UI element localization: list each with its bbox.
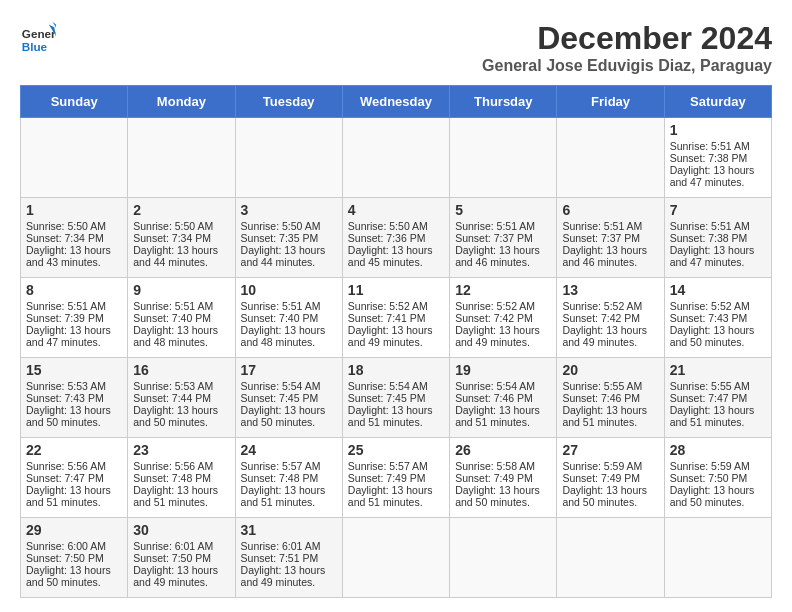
sunrise-text: Sunrise: 5:57 AM <box>241 460 321 472</box>
calendar-cell <box>450 518 557 598</box>
daylight-text: Daylight: 13 hours and 51 minutes. <box>241 484 326 508</box>
page-header: General Blue December 2024 General Jose … <box>20 20 772 75</box>
calendar-cell: 25Sunrise: 5:57 AMSunset: 7:49 PMDayligh… <box>342 438 449 518</box>
sunset-text: Sunset: 7:34 PM <box>133 232 211 244</box>
calendar-cell: 9Sunrise: 5:51 AMSunset: 7:40 PMDaylight… <box>128 278 235 358</box>
daylight-text: Daylight: 13 hours and 51 minutes. <box>26 484 111 508</box>
week-row-6: 29Sunrise: 6:00 AMSunset: 7:50 PMDayligh… <box>21 518 772 598</box>
daylight-text: Daylight: 13 hours and 43 minutes. <box>26 244 111 268</box>
svg-text:Blue: Blue <box>22 40 48 53</box>
sunrise-text: Sunrise: 5:52 AM <box>670 300 750 312</box>
calendar-cell: 11Sunrise: 5:52 AMSunset: 7:41 PMDayligh… <box>342 278 449 358</box>
calendar-cell <box>235 118 342 198</box>
calendar-cell: 22Sunrise: 5:56 AMSunset: 7:47 PMDayligh… <box>21 438 128 518</box>
day-number: 14 <box>670 282 766 298</box>
calendar-cell: 12Sunrise: 5:52 AMSunset: 7:42 PMDayligh… <box>450 278 557 358</box>
sunrise-text: Sunrise: 5:51 AM <box>670 140 750 152</box>
day-number: 15 <box>26 362 122 378</box>
calendar-cell: 2Sunrise: 5:50 AMSunset: 7:34 PMDaylight… <box>128 198 235 278</box>
day-number: 26 <box>455 442 551 458</box>
sunset-text: Sunset: 7:49 PM <box>348 472 426 484</box>
daylight-text: Daylight: 13 hours and 44 minutes. <box>241 244 326 268</box>
sunset-text: Sunset: 7:47 PM <box>26 472 104 484</box>
sunset-text: Sunset: 7:35 PM <box>241 232 319 244</box>
sunset-text: Sunset: 7:42 PM <box>562 312 640 324</box>
day-number: 24 <box>241 442 337 458</box>
daylight-text: Daylight: 13 hours and 51 minutes. <box>562 404 647 428</box>
sunset-text: Sunset: 7:34 PM <box>26 232 104 244</box>
daylight-text: Daylight: 13 hours and 50 minutes. <box>670 484 755 508</box>
calendar-cell: 28Sunrise: 5:59 AMSunset: 7:50 PMDayligh… <box>664 438 771 518</box>
day-number: 2 <box>133 202 229 218</box>
location-title: General Jose Eduvigis Diaz, Paraguay <box>482 57 772 75</box>
sunset-text: Sunset: 7:38 PM <box>670 232 748 244</box>
day-number: 5 <box>455 202 551 218</box>
daylight-text: Daylight: 13 hours and 50 minutes. <box>241 404 326 428</box>
sunrise-text: Sunrise: 5:50 AM <box>241 220 321 232</box>
calendar-cell: 7Sunrise: 5:51 AMSunset: 7:38 PMDaylight… <box>664 198 771 278</box>
daylight-text: Daylight: 13 hours and 46 minutes. <box>455 244 540 268</box>
daylight-text: Daylight: 13 hours and 48 minutes. <box>241 324 326 348</box>
day-number: 30 <box>133 522 229 538</box>
sunrise-text: Sunrise: 5:57 AM <box>348 460 428 472</box>
daylight-text: Daylight: 13 hours and 49 minutes. <box>562 324 647 348</box>
day-number: 16 <box>133 362 229 378</box>
calendar-cell: 16Sunrise: 5:53 AMSunset: 7:44 PMDayligh… <box>128 358 235 438</box>
calendar-cell: 27Sunrise: 5:59 AMSunset: 7:49 PMDayligh… <box>557 438 664 518</box>
daylight-text: Daylight: 13 hours and 49 minutes. <box>455 324 540 348</box>
calendar-cell <box>342 118 449 198</box>
calendar-cell: 18Sunrise: 5:54 AMSunset: 7:45 PMDayligh… <box>342 358 449 438</box>
daylight-text: Daylight: 13 hours and 50 minutes. <box>26 564 111 588</box>
daylight-text: Daylight: 13 hours and 47 minutes. <box>26 324 111 348</box>
daylight-text: Daylight: 13 hours and 51 minutes. <box>670 404 755 428</box>
calendar-cell: 8Sunrise: 5:51 AMSunset: 7:39 PMDaylight… <box>21 278 128 358</box>
calendar-cell: 4Sunrise: 5:50 AMSunset: 7:36 PMDaylight… <box>342 198 449 278</box>
sunset-text: Sunset: 7:48 PM <box>241 472 319 484</box>
header-cell-saturday: Saturday <box>664 86 771 118</box>
header-cell-monday: Monday <box>128 86 235 118</box>
daylight-text: Daylight: 13 hours and 50 minutes. <box>455 484 540 508</box>
day-number: 8 <box>26 282 122 298</box>
sunrise-text: Sunrise: 5:55 AM <box>562 380 642 392</box>
sunset-text: Sunset: 7:49 PM <box>562 472 640 484</box>
sunset-text: Sunset: 7:38 PM <box>670 152 748 164</box>
sunrise-text: Sunrise: 5:53 AM <box>133 380 213 392</box>
sunset-text: Sunset: 7:45 PM <box>241 392 319 404</box>
calendar-cell <box>664 518 771 598</box>
day-number: 25 <box>348 442 444 458</box>
sunset-text: Sunset: 7:43 PM <box>26 392 104 404</box>
daylight-text: Daylight: 13 hours and 51 minutes. <box>133 484 218 508</box>
day-number: 23 <box>133 442 229 458</box>
sunrise-text: Sunrise: 5:51 AM <box>133 300 213 312</box>
header-cell-sunday: Sunday <box>21 86 128 118</box>
sunrise-text: Sunrise: 6:00 AM <box>26 540 106 552</box>
sunrise-text: Sunrise: 5:59 AM <box>562 460 642 472</box>
calendar-cell: 29Sunrise: 6:00 AMSunset: 7:50 PMDayligh… <box>21 518 128 598</box>
sunrise-text: Sunrise: 5:51 AM <box>562 220 642 232</box>
calendar-cell: 20Sunrise: 5:55 AMSunset: 7:46 PMDayligh… <box>557 358 664 438</box>
sunrise-text: Sunrise: 5:52 AM <box>455 300 535 312</box>
day-number: 11 <box>348 282 444 298</box>
calendar-cell <box>342 518 449 598</box>
calendar-cell <box>557 118 664 198</box>
sunset-text: Sunset: 7:36 PM <box>348 232 426 244</box>
sunset-text: Sunset: 7:40 PM <box>133 312 211 324</box>
calendar-table: SundayMondayTuesdayWednesdayThursdayFrid… <box>20 85 772 598</box>
day-number: 27 <box>562 442 658 458</box>
calendar-cell <box>450 118 557 198</box>
day-number: 17 <box>241 362 337 378</box>
calendar-cell <box>21 118 128 198</box>
sunset-text: Sunset: 7:47 PM <box>670 392 748 404</box>
calendar-cell: 6Sunrise: 5:51 AMSunset: 7:37 PMDaylight… <box>557 198 664 278</box>
week-row-4: 15Sunrise: 5:53 AMSunset: 7:43 PMDayligh… <box>21 358 772 438</box>
calendar-cell: 17Sunrise: 5:54 AMSunset: 7:45 PMDayligh… <box>235 358 342 438</box>
header-cell-wednesday: Wednesday <box>342 86 449 118</box>
sunset-text: Sunset: 7:41 PM <box>348 312 426 324</box>
sunset-text: Sunset: 7:50 PM <box>26 552 104 564</box>
week-row-5: 22Sunrise: 5:56 AMSunset: 7:47 PMDayligh… <box>21 438 772 518</box>
header-cell-thursday: Thursday <box>450 86 557 118</box>
sunrise-text: Sunrise: 5:55 AM <box>670 380 750 392</box>
calendar-cell: 14Sunrise: 5:52 AMSunset: 7:43 PMDayligh… <box>664 278 771 358</box>
sunrise-text: Sunrise: 5:51 AM <box>670 220 750 232</box>
calendar-cell <box>557 518 664 598</box>
